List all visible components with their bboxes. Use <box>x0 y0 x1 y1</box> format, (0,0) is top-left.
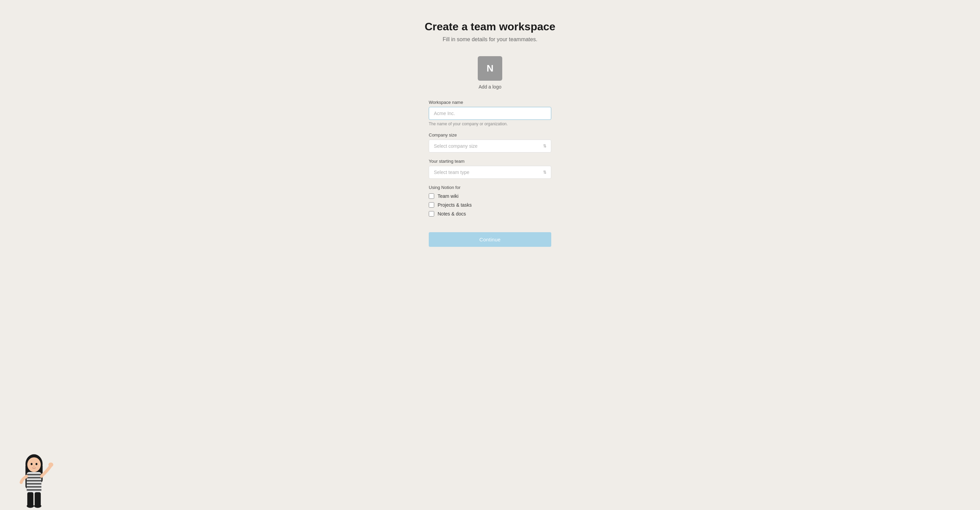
character-svg <box>14 449 54 510</box>
checkbox-label-team-wiki[interactable]: Team wiki <box>438 193 458 199</box>
page-container: Create a team workspace Fill in some det… <box>388 21 592 247</box>
svg-rect-12 <box>27 486 41 488</box>
company-size-select-wrapper: Select company size 1–10 employees 11–50… <box>429 140 551 153</box>
character-illustration <box>14 449 54 510</box>
checkbox-notes-docs[interactable] <box>429 211 434 217</box>
svg-point-18 <box>34 504 41 508</box>
starting-team-select-wrapper: Select team type Engineering Design Mark… <box>429 166 551 179</box>
company-size-group: Company size Select company size 1–10 em… <box>429 132 551 153</box>
checkbox-item-projects-tasks[interactable]: Projects & tasks <box>429 202 551 208</box>
logo-avatar[interactable]: N <box>478 56 502 81</box>
add-logo-text[interactable]: Add a logo <box>479 84 501 89</box>
svg-point-6 <box>33 466 35 467</box>
svg-rect-15 <box>27 492 33 506</box>
logo-section: N Add a logo <box>478 56 502 89</box>
starting-team-label: Your starting team <box>429 159 551 164</box>
starting-team-select[interactable]: Select team type Engineering Design Mark… <box>429 166 551 179</box>
page-title: Create a team workspace <box>425 21 555 33</box>
svg-point-4 <box>30 463 32 465</box>
svg-point-5 <box>36 463 37 465</box>
continue-button[interactable]: Continue <box>429 232 551 247</box>
workspace-name-group: Workspace name The name of your company … <box>429 100 551 126</box>
svg-rect-13 <box>27 489 41 491</box>
workspace-name-hint: The name of your company or organization… <box>429 121 551 126</box>
checkbox-item-notes-docs[interactable]: Notes & docs <box>429 211 551 217</box>
using-notion-label: Using Notion for <box>429 185 551 190</box>
checkbox-item-team-wiki[interactable]: Team wiki <box>429 193 551 199</box>
using-notion-group: Using Notion for Team wiki Projects & ta… <box>429 185 551 226</box>
svg-rect-11 <box>27 483 41 485</box>
form-container: Workspace name The name of your company … <box>429 100 551 247</box>
svg-point-3 <box>27 457 41 472</box>
checkbox-group: Team wiki Projects & tasks Notes & docs <box>429 193 551 217</box>
svg-rect-9 <box>27 477 41 479</box>
starting-team-group: Your starting team Select team type Engi… <box>429 159 551 179</box>
svg-point-14 <box>48 463 53 467</box>
checkbox-label-projects-tasks[interactable]: Projects & tasks <box>438 202 472 208</box>
workspace-name-input[interactable] <box>429 107 551 120</box>
checkbox-label-notes-docs[interactable]: Notes & docs <box>438 211 466 217</box>
company-size-label: Company size <box>429 132 551 137</box>
workspace-name-label: Workspace name <box>429 100 551 105</box>
checkbox-projects-tasks[interactable] <box>429 202 434 208</box>
svg-rect-8 <box>27 474 41 476</box>
checkbox-team-wiki[interactable] <box>429 193 434 199</box>
company-size-select[interactable]: Select company size 1–10 employees 11–50… <box>429 140 551 153</box>
svg-point-17 <box>27 504 34 508</box>
svg-rect-16 <box>35 492 41 506</box>
page-subtitle: Fill in some details for your teammates. <box>443 37 537 43</box>
svg-rect-10 <box>27 480 41 482</box>
